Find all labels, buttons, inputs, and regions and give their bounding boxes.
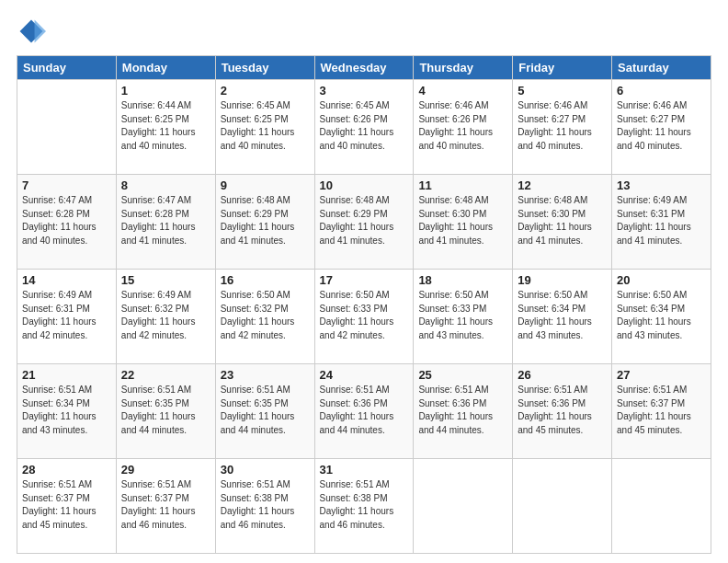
day-number: 26 [518,368,607,382]
calendar-cell: 22Sunrise: 6:51 AM Sunset: 6:35 PM Dayli… [116,364,215,459]
day-number: 27 [617,368,706,382]
day-number: 23 [221,368,310,382]
weekday-sunday: Sunday [17,56,117,80]
weekday-tuesday: Tuesday [215,56,314,80]
day-number: 17 [320,273,409,287]
day-number: 6 [617,84,706,98]
day-number: 18 [418,273,507,287]
weekday-wednesday: Wednesday [314,56,414,80]
day-info: Sunrise: 6:49 AM Sunset: 6:31 PM Dayligh… [22,289,111,342]
day-info: Sunrise: 6:49 AM Sunset: 6:32 PM Dayligh… [121,289,210,342]
day-number: 30 [221,463,310,477]
day-info: Sunrise: 6:50 AM Sunset: 6:33 PM Dayligh… [418,289,507,342]
day-number: 9 [221,178,310,192]
calendar-cell: 3Sunrise: 6:45 AM Sunset: 6:26 PM Daylig… [314,80,414,175]
week-row-2: 7Sunrise: 6:47 AM Sunset: 6:28 PM Daylig… [17,175,711,270]
day-number: 31 [320,463,409,477]
calendar-cell: 12Sunrise: 6:48 AM Sunset: 6:30 PM Dayli… [513,175,612,270]
week-row-4: 21Sunrise: 6:51 AM Sunset: 6:34 PM Dayli… [17,364,711,459]
calendar-cell: 20Sunrise: 6:50 AM Sunset: 6:34 PM Dayli… [612,270,711,364]
day-info: Sunrise: 6:50 AM Sunset: 6:33 PM Dayligh… [320,289,409,342]
week-row-5: 28Sunrise: 6:51 AM Sunset: 6:37 PM Dayli… [17,459,711,554]
weekday-saturday: Saturday [612,56,711,80]
day-info: Sunrise: 6:48 AM Sunset: 6:30 PM Dayligh… [518,194,607,247]
calendar-cell: 11Sunrise: 6:48 AM Sunset: 6:30 PM Dayli… [414,175,513,270]
day-info: Sunrise: 6:50 AM Sunset: 6:34 PM Dayligh… [518,289,607,342]
calendar-cell: 31Sunrise: 6:51 AM Sunset: 6:38 PM Dayli… [314,459,414,554]
calendar-cell: 24Sunrise: 6:51 AM Sunset: 6:36 PM Dayli… [314,364,414,459]
calendar-cell [17,80,117,175]
calendar-cell: 29Sunrise: 6:51 AM Sunset: 6:37 PM Dayli… [116,459,215,554]
day-number: 5 [518,84,607,98]
day-info: Sunrise: 6:46 AM Sunset: 6:27 PM Dayligh… [617,99,706,153]
calendar-cell: 1Sunrise: 6:44 AM Sunset: 6:25 PM Daylig… [116,80,215,175]
week-row-1: 1Sunrise: 6:44 AM Sunset: 6:25 PM Daylig… [17,80,711,175]
day-info: Sunrise: 6:50 AM Sunset: 6:32 PM Dayligh… [221,289,310,342]
calendar-cell: 4Sunrise: 6:46 AM Sunset: 6:26 PM Daylig… [414,80,513,175]
calendar-cell: 16Sunrise: 6:50 AM Sunset: 6:32 PM Dayli… [215,270,314,364]
day-info: Sunrise: 6:45 AM Sunset: 6:25 PM Dayligh… [221,99,310,153]
day-number: 2 [221,84,310,98]
calendar-cell: 21Sunrise: 6:51 AM Sunset: 6:34 PM Dayli… [17,364,117,459]
weekday-friday: Friday [513,56,612,80]
day-number: 14 [22,273,111,287]
day-info: Sunrise: 6:51 AM Sunset: 6:35 PM Dayligh… [221,384,310,437]
calendar-cell: 9Sunrise: 6:48 AM Sunset: 6:29 PM Daylig… [215,175,314,270]
day-info: Sunrise: 6:51 AM Sunset: 6:34 PM Dayligh… [22,384,111,437]
day-number: 11 [418,178,507,192]
header [17,17,711,46]
day-number: 19 [518,273,607,287]
calendar-cell [612,459,711,554]
day-info: Sunrise: 6:51 AM Sunset: 6:37 PM Dayligh… [22,478,111,532]
day-info: Sunrise: 6:51 AM Sunset: 6:36 PM Dayligh… [418,384,507,437]
day-number: 12 [518,178,607,192]
day-info: Sunrise: 6:51 AM Sunset: 6:35 PM Dayligh… [121,384,210,437]
calendar-cell: 15Sunrise: 6:49 AM Sunset: 6:32 PM Dayli… [116,270,215,364]
day-number: 20 [617,273,706,287]
calendar-cell: 26Sunrise: 6:51 AM Sunset: 6:36 PM Dayli… [513,364,612,459]
day-number: 24 [320,368,409,382]
calendar-cell: 19Sunrise: 6:50 AM Sunset: 6:34 PM Dayli… [513,270,612,364]
day-number: 10 [320,178,409,192]
day-info: Sunrise: 6:51 AM Sunset: 6:38 PM Dayligh… [221,478,310,532]
day-info: Sunrise: 6:51 AM Sunset: 6:38 PM Dayligh… [320,478,409,532]
day-number: 3 [320,84,409,98]
calendar-cell: 27Sunrise: 6:51 AM Sunset: 6:37 PM Dayli… [612,364,711,459]
logo-icon [17,17,46,46]
day-number: 16 [221,273,310,287]
calendar-cell: 8Sunrise: 6:47 AM Sunset: 6:28 PM Daylig… [116,175,215,270]
weekday-header-row: SundayMondayTuesdayWednesdayThursdayFrid… [17,56,711,80]
calendar-cell: 13Sunrise: 6:49 AM Sunset: 6:31 PM Dayli… [612,175,711,270]
day-info: Sunrise: 6:46 AM Sunset: 6:27 PM Dayligh… [518,99,607,153]
day-info: Sunrise: 6:44 AM Sunset: 6:25 PM Dayligh… [121,99,210,153]
calendar-cell [513,459,612,554]
day-number: 4 [418,84,507,98]
day-info: Sunrise: 6:48 AM Sunset: 6:29 PM Dayligh… [221,194,310,247]
day-info: Sunrise: 6:45 AM Sunset: 6:26 PM Dayligh… [320,99,409,153]
calendar-cell: 6Sunrise: 6:46 AM Sunset: 6:27 PM Daylig… [612,80,711,175]
page: SundayMondayTuesdayWednesdayThursdayFrid… [0,0,728,563]
weekday-thursday: Thursday [414,56,513,80]
day-number: 25 [418,368,507,382]
calendar-cell: 28Sunrise: 6:51 AM Sunset: 6:37 PM Dayli… [17,459,117,554]
day-info: Sunrise: 6:51 AM Sunset: 6:37 PM Dayligh… [617,384,706,437]
day-number: 15 [121,273,210,287]
day-info: Sunrise: 6:48 AM Sunset: 6:29 PM Dayligh… [320,194,409,247]
calendar-cell: 14Sunrise: 6:49 AM Sunset: 6:31 PM Dayli… [17,270,117,364]
day-number: 28 [22,463,111,477]
calendar-cell: 23Sunrise: 6:51 AM Sunset: 6:35 PM Dayli… [215,364,314,459]
calendar-cell [414,459,513,554]
day-number: 7 [22,178,111,192]
day-number: 1 [121,84,210,98]
calendar-cell: 17Sunrise: 6:50 AM Sunset: 6:33 PM Dayli… [314,270,414,364]
logo [17,17,50,46]
calendar-cell: 30Sunrise: 6:51 AM Sunset: 6:38 PM Dayli… [215,459,314,554]
day-info: Sunrise: 6:51 AM Sunset: 6:36 PM Dayligh… [320,384,409,437]
calendar-cell: 18Sunrise: 6:50 AM Sunset: 6:33 PM Dayli… [414,270,513,364]
day-number: 21 [22,368,111,382]
calendar-cell: 2Sunrise: 6:45 AM Sunset: 6:25 PM Daylig… [215,80,314,175]
calendar-cell: 7Sunrise: 6:47 AM Sunset: 6:28 PM Daylig… [17,175,117,270]
day-info: Sunrise: 6:48 AM Sunset: 6:30 PM Dayligh… [418,194,507,247]
day-info: Sunrise: 6:47 AM Sunset: 6:28 PM Dayligh… [121,194,210,247]
day-number: 8 [121,178,210,192]
